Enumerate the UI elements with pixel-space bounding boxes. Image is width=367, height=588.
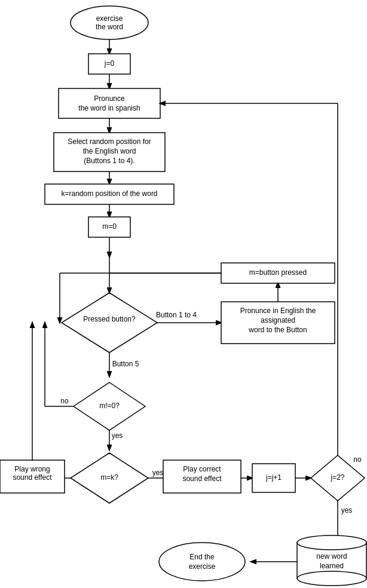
start-label: exercise	[96, 14, 123, 23]
play-correct-label2: sound effect	[182, 474, 222, 483]
m-not-zero-no-label: no	[60, 397, 69, 405]
j-equals-2-yes-label: yes	[341, 506, 353, 514]
pronounce-english-label2: assignated	[261, 316, 295, 324]
end-exercise-label1: End the	[189, 553, 215, 561]
pronounce-spanish-node	[59, 88, 160, 118]
j-equals-2-label: j=2?	[330, 473, 344, 482]
button-5-label: Button 5	[112, 360, 139, 368]
play-correct-label1: Play correct	[183, 465, 221, 473]
select-random-label2: the English word	[83, 147, 136, 155]
k-assign-label: k=random position of the word	[61, 189, 157, 198]
j-increment-label: j=j+1	[265, 473, 282, 482]
m-not-zero-yes-label: yes	[112, 431, 123, 440]
m-init-label: m=0	[102, 222, 117, 231]
m-equals-k-yes-label: yes	[152, 468, 164, 477]
pronounce-spanish-label1: Pronunce	[94, 94, 125, 103]
pronounce-spanish-label2: the word in spanish	[78, 104, 140, 112]
new-word-learned-label1: new word	[316, 552, 347, 561]
m-button-pressed-label: m=button pressed	[249, 268, 307, 277]
end-exercise-label2: exercise	[189, 562, 216, 571]
pressed-button-label1: Pressed button?	[83, 315, 136, 323]
m-not-zero-label: m!=0?	[99, 402, 120, 410]
pronounce-english-label1: Pronunce in English the	[240, 307, 316, 315]
play-wrong-label1: Play wrong	[14, 465, 50, 473]
pronounce-english-label3: word to the Button	[248, 326, 307, 334]
m-equals-k-label: m=k?	[100, 473, 118, 482]
play-wrong-label2: sound effect	[13, 473, 52, 482]
new-word-learned-bottom	[297, 571, 366, 586]
start-label2: the word	[96, 23, 123, 31]
select-random-label3: (Buttons 1 to 4).	[84, 157, 134, 165]
button-1-4-label: Button 1 to 4	[156, 311, 197, 319]
j-init-label: j=0	[104, 59, 115, 68]
select-random-label1: Select random position for	[68, 137, 151, 146]
new-word-learned-label2: learned	[320, 562, 344, 570]
end-exercise-node	[159, 543, 245, 581]
new-word-learned-top	[297, 535, 366, 550]
j-equals-2-no-label: no	[353, 455, 362, 464]
